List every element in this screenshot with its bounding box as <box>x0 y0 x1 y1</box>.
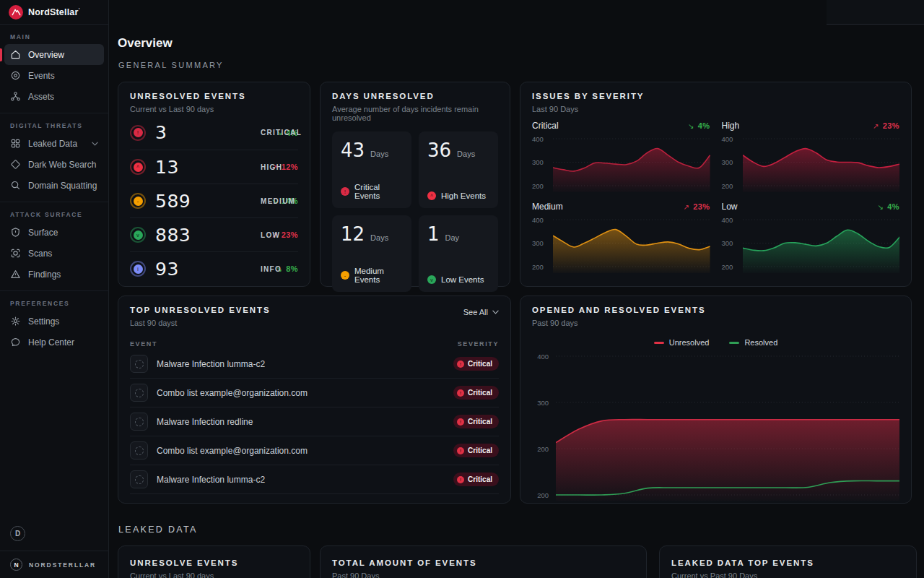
low-severity-icon: v <box>130 227 146 243</box>
unresolved-line-swatch <box>654 342 664 344</box>
shield-icon <box>10 227 21 238</box>
sidebar-item-assets[interactable]: Assets <box>4 86 104 107</box>
chart-area: 400 300 200 200 <box>532 353 899 501</box>
event-type-icon <box>130 355 148 373</box>
critical-badge-dot-icon: ! <box>457 389 464 397</box>
sidebar-item-scans[interactable]: Scans <box>4 243 104 264</box>
see-all-dropdown[interactable]: See All <box>463 308 499 316</box>
sidebar-item-events[interactable]: Events <box>4 65 104 86</box>
trend-indicator: ↘4% <box>878 202 899 211</box>
sidebar-item-domain-squatting[interactable]: Domain Squatting <box>4 175 104 196</box>
assets-icon <box>10 91 21 102</box>
total-amount-of-events-card: TOTAL AMOUNT OF EVENTS Past 90 Days <box>320 545 647 578</box>
critical-area-chart <box>553 134 710 192</box>
critical-badge-dot-icon: ! <box>457 447 464 454</box>
trend-indicator: ↘4% <box>688 121 710 130</box>
workspace-avatar: N <box>10 558 22 571</box>
nav-section-label: DIGITAL THREATS <box>10 122 108 129</box>
collapse-glyph: D <box>15 530 20 538</box>
top-unresolved-events-card: TOP UNRESOLVED EVENTS Last 90 dayst See … <box>118 296 511 504</box>
severity-badge: !Critical <box>453 473 499 486</box>
y-axis-ticks: 400300200 <box>722 134 738 192</box>
nav-section-attack-surface: ATTACK SURFACE Surface Scans Findings <box>0 202 108 290</box>
sidebar-item-help-center[interactable]: Help Center <box>4 332 104 353</box>
severity-badge: !Critical <box>453 357 499 371</box>
severity-count-list: ! 3 CRITICAL ↘4% ^ 13 HIGH ↗12% - 589 ME… <box>130 116 298 285</box>
main-content: Overview GENERAL SUMMARY UNRESOLVED EVEN… <box>109 0 924 578</box>
card-subtitle: Current vs Last 90 days <box>130 571 298 578</box>
days-unit: Day <box>445 233 460 242</box>
opened-resolved-area-chart <box>556 353 899 501</box>
sidebar-item-label: Surface <box>28 228 58 238</box>
table-row[interactable]: Malware Infection lumma-c2 !Critical <box>130 465 499 494</box>
workspace-name: NORDSTERLLAR <box>29 561 96 569</box>
section-label-leaked-data: LEAKED DATA <box>118 525 198 535</box>
severity-badge: !Critical <box>453 415 499 428</box>
y-axis-ticks: 400 300 200 200 <box>532 353 550 501</box>
sidebar-item-settings[interactable]: Settings <box>4 311 104 332</box>
sidebar-footer: D N NORDSTERLLAR <box>0 526 108 578</box>
critical-badge-dot-icon: ! <box>457 418 464 426</box>
card-subtitle: Past 90 Days <box>332 571 635 578</box>
card-subtitle: Current vs Past 90 Days <box>671 571 905 578</box>
mini-chart-title: High <box>722 121 740 131</box>
chevron-down-icon[interactable] <box>92 142 98 146</box>
mini-chart-title: Medium <box>532 202 563 212</box>
active-indicator <box>0 48 2 61</box>
card-title: ISSUES BY SEVERITY <box>532 92 899 100</box>
scan-icon <box>10 248 21 259</box>
table-row[interactable]: Malware Infection lumma-c2 !Critical <box>130 350 499 379</box>
card-subtitle: Current vs Last 90 days <box>130 105 298 113</box>
severity-count: 883 <box>155 225 191 246</box>
table-row[interactable]: Combo list example@organization.com !Cri… <box>130 379 499 407</box>
trend-up-arrow-icon: ↗ <box>684 203 690 211</box>
event-name: Combo list example@organization.com <box>157 446 308 456</box>
days-unit: Days <box>457 150 475 158</box>
mini-chart-high: High ↗23% 400300200 <box>722 121 900 192</box>
high-area-chart <box>743 134 900 192</box>
mini-chart-medium: Medium ↗23% 400300200 <box>532 202 710 273</box>
info-severity-icon: i <box>130 261 146 277</box>
critical-badge-dot-icon: ! <box>457 476 464 483</box>
chevron-down-icon <box>492 310 499 314</box>
table-row[interactable]: Malware Infection redline !Critical <box>130 407 499 436</box>
table-row[interactable]: Combo list example@organization.com !Cri… <box>130 436 499 465</box>
sidebar-item-leaked-data[interactable]: Leaked Data <box>4 133 104 154</box>
table-header: EVENT SEVERITY <box>130 340 499 348</box>
mini-chart-low: Low ↘4% 400300200 <box>722 202 900 273</box>
home-icon <box>10 49 21 60</box>
low-dot-icon: v <box>427 275 436 284</box>
severity-charts-grid: Critical ↘4% 400300200 High ↗23% 4003002… <box>532 121 899 273</box>
severity-label: LOW <box>261 231 280 239</box>
unresolved-events-card: UNRESOLVED EVENTS Current vs Last 90 day… <box>118 82 310 287</box>
sidebar-item-label: Overview <box>28 50 64 60</box>
sidebar-item-label: Help Center <box>28 337 74 348</box>
severity-row-critical: ! 3 CRITICAL ↘4% <box>130 116 298 150</box>
tile-label: vLow Events <box>427 275 489 284</box>
sidebar-item-dark-web-search[interactable]: Dark Web Search <box>4 154 104 175</box>
sidebar-item-overview[interactable]: Overview <box>4 44 104 65</box>
card-title: LEAKED DATA TOP EVENTS <box>671 558 905 567</box>
severity-row-high: ^ 13 HIGH ↗12% <box>130 150 298 184</box>
tile-label: ^High Events <box>427 191 489 200</box>
collapse-sidebar-button[interactable]: D <box>10 526 25 541</box>
mini-chart-title: Critical <box>532 121 559 131</box>
event-type-icon <box>130 384 148 402</box>
tile-medium-days: 12Days -Medium Events <box>332 215 411 292</box>
severity-count: 589 <box>155 191 191 212</box>
severity-count: 93 <box>155 259 179 280</box>
sidebar-item-label: Domain Squatting <box>28 181 97 191</box>
leaked-data-row: UNRESOLVE EVENTS Current vs Last 90 days… <box>118 545 917 578</box>
severity-label: CRITICAL <box>261 129 302 137</box>
events-table: Malware Infection lumma-c2 !Critical Com… <box>130 350 499 494</box>
sidebar-item-findings[interactable]: Findings <box>4 264 104 285</box>
brand-trademark: ’ <box>79 7 80 13</box>
opened-resolved-events-card: OPENED AND RESOLVED EVENTS Past 90 days … <box>520 296 912 504</box>
severity-label: INFO <box>261 265 282 273</box>
workspace-row[interactable]: N NORDSTERLLAR <box>0 551 108 578</box>
logo[interactable]: NordStellar’ <box>0 0 108 25</box>
summary-row: UNRESOLVED EVENTS Current vs Last 90 day… <box>118 82 912 287</box>
sidebar-item-surface[interactable]: Surface <box>4 222 104 243</box>
tile-high-days: 36Days ^High Events <box>419 131 498 208</box>
severity-row-low: v 883 LOW ↗23% <box>130 217 298 251</box>
